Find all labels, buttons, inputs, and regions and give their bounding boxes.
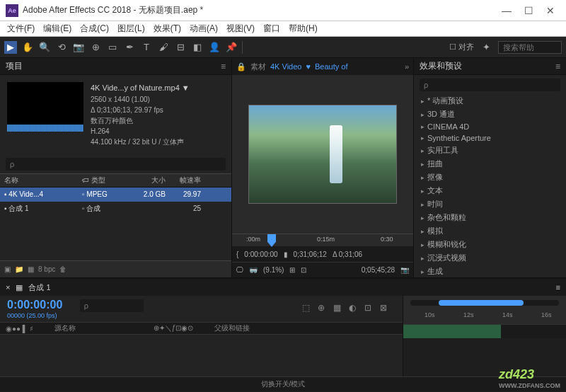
tl-icon-5[interactable]: ⊡: [364, 303, 376, 314]
effects-category[interactable]: 模拟: [414, 224, 566, 238]
menu-edit[interactable]: 编辑(E): [40, 21, 74, 36]
trash-icon[interactable]: 🗑: [59, 265, 67, 273]
effects-panel-menu-icon[interactable]: ≡: [555, 62, 560, 71]
effects-category[interactable]: 杂色和颗粒: [414, 211, 566, 224]
minimize-button[interactable]: —: [502, 5, 512, 16]
menu-window[interactable]: 窗口: [260, 21, 283, 36]
help-search-input[interactable]: [498, 41, 562, 54]
menu-help[interactable]: 帮助(H): [286, 21, 320, 36]
new-folder-icon[interactable]: 📁: [15, 265, 23, 273]
tl-icon-4[interactable]: ◐: [349, 303, 360, 314]
col-fps[interactable]: 帧速率: [170, 175, 205, 185]
text-tool-icon[interactable]: T: [140, 41, 153, 54]
app-logo: Ae: [6, 4, 18, 17]
file-link[interactable]: 4K Video: [270, 62, 301, 71]
watermark: zd423 WWW.ZDFANS.COM: [499, 367, 560, 389]
selection-tool-icon[interactable]: ▶: [4, 41, 17, 54]
timeline-panel-menu-icon[interactable]: ≡: [556, 283, 560, 292]
timeline-ruler[interactable]: 10s 12s 14s 16s: [403, 296, 566, 324]
eraser-tool-icon[interactable]: ◧: [191, 41, 204, 54]
effects-category[interactable]: 模糊和锐化: [414, 238, 566, 251]
project-panel-menu-icon[interactable]: ≡: [221, 62, 226, 71]
stamp-tool-icon[interactable]: ⊟: [174, 41, 187, 54]
effects-category[interactable]: 沉浸式视频: [414, 251, 566, 265]
effects-category[interactable]: 抠像: [414, 171, 566, 184]
timeline-panel: × ▦ 合成 1 ≡ 0:00:00:00 ⬚ ⊕ ▦ ◐ ⊡ ⊠ 00000 …: [0, 277, 566, 391]
grid-icon[interactable]: ⊞: [289, 266, 295, 274]
playhead-icon[interactable]: [267, 234, 276, 247]
table-row[interactable]: ▪ 合成 1 ▫ 合成 25: [0, 202, 231, 216]
effects-category[interactable]: 3D 通道: [414, 108, 566, 121]
col-type[interactable]: 类型: [91, 176, 105, 184]
menu-composition[interactable]: 合成(C): [77, 21, 112, 36]
menu-file[interactable]: 文件(F): [4, 21, 37, 36]
timeline-scroll-thumb[interactable]: [439, 300, 524, 306]
project-panel: 项目 ≡ 4K Vide...y of Nature.mp4 ▼ 2560 x …: [0, 58, 232, 277]
timeline-tab[interactable]: 合成 1: [28, 282, 50, 293]
puppet-tool-icon[interactable]: 📌: [225, 41, 238, 54]
footer-time[interactable]: 0;05;45;28: [362, 266, 395, 274]
new-comp-icon[interactable]: ▦: [28, 265, 34, 273]
col-name[interactable]: 名称: [0, 175, 78, 185]
interpret-icon[interactable]: ▣: [4, 265, 11, 273]
effects-category[interactable]: 时间: [414, 197, 566, 211]
effects-category[interactable]: CINEMA 4D: [414, 121, 566, 132]
roto-tool-icon[interactable]: 👤: [208, 41, 221, 54]
menu-effect[interactable]: 效果(T): [151, 21, 184, 36]
viewer-panel: 🔒 素材 4K Video ♥ Beauty of » :00m 0:15m 0…: [232, 58, 414, 277]
tl-icon-3[interactable]: ▦: [333, 303, 345, 314]
rect-tool-icon[interactable]: ▭: [106, 41, 119, 54]
tl-icon-1[interactable]: ⬚: [302, 303, 313, 314]
timeline-search-input[interactable]: [80, 299, 144, 312]
lock-icon[interactable]: 🔒: [236, 62, 246, 71]
menu-view[interactable]: 视图(V): [224, 21, 258, 36]
vr-icon[interactable]: 🥽: [249, 266, 258, 274]
hand-tool-icon[interactable]: ✋: [21, 41, 34, 54]
effects-category[interactable]: Synthetic Aperture: [414, 132, 566, 144]
tl-icon-2[interactable]: ⊕: [318, 303, 329, 314]
effects-category[interactable]: 生成: [414, 265, 566, 277]
anchor-tool-icon[interactable]: ⊕: [89, 41, 102, 54]
tl-col-source[interactable]: 源名称: [54, 323, 76, 333]
display-icon[interactable]: 🖵: [236, 266, 243, 274]
menu-animation[interactable]: 动画(A): [187, 21, 221, 36]
timeline-timecode[interactable]: 0:00:00:00: [7, 299, 62, 311]
viewer-canvas[interactable]: [232, 75, 413, 234]
effects-category[interactable]: * 动画预设: [414, 94, 566, 108]
effects-tab[interactable]: 效果和预设: [420, 60, 462, 72]
camera-tool-icon[interactable]: 📷: [72, 41, 85, 54]
zoom-level[interactable]: (9.1%): [263, 266, 284, 274]
viewer-time-ruler[interactable]: :00m 0:15m 0:30: [232, 234, 413, 246]
effects-panel: 效果和预设 ≡ * 动画预设3D 通道CINEMA 4DSynthetic Ap…: [414, 58, 566, 277]
channel-icon[interactable]: ⊡: [301, 266, 306, 274]
brush-tool-icon[interactable]: 🖌: [157, 41, 170, 54]
timeline-track[interactable]: [403, 324, 566, 338]
effects-category[interactable]: 扭曲: [414, 157, 566, 171]
snapshot-icon[interactable]: 📷: [400, 266, 409, 274]
pen-tool-icon[interactable]: ✒: [123, 41, 136, 54]
tc-in[interactable]: 0:00:00:00: [244, 250, 277, 258]
rotate-tool-icon[interactable]: ⟲: [55, 41, 68, 54]
menu-layer[interactable]: 图层(L): [115, 21, 148, 36]
zoom-tool-icon[interactable]: 🔍: [38, 41, 51, 54]
project-tab[interactable]: 项目: [6, 60, 23, 72]
beauty-link[interactable]: Beauty of: [315, 62, 347, 71]
bpc-label[interactable]: 8 bpc: [38, 265, 55, 273]
effects-search-input[interactable]: [420, 79, 560, 91]
col-size[interactable]: 大小: [127, 175, 170, 185]
project-search-input[interactable]: [6, 158, 226, 171]
toolbar: ▶ ✋ 🔍 ⟲ 📷 ⊕ ▭ ✒ T 🖌 ⊟ ◧ 👤 📌 ☐ 对齐 ✦: [0, 37, 566, 58]
tl-icon-6[interactable]: ⊠: [380, 303, 391, 314]
toggle-switches[interactable]: 切换开关/模式: [261, 379, 306, 389]
tl-col-parent[interactable]: 父级和链接: [214, 323, 250, 333]
source-tab[interactable]: 素材: [250, 62, 266, 72]
tc-current[interactable]: 0;31;06;12: [294, 250, 327, 258]
effects-category[interactable]: 文本: [414, 184, 566, 197]
close-button[interactable]: ✕: [546, 5, 555, 16]
tc-duration: Δ 0;31;06: [333, 250, 362, 258]
wand-icon[interactable]: ✦: [480, 41, 492, 54]
maximize-button[interactable]: ☐: [524, 5, 533, 16]
snap-label[interactable]: 对齐: [458, 42, 474, 51]
table-row[interactable]: ▪ 4K Vide...4 ▫ MPEG 2.0 GB 29.97: [0, 188, 231, 202]
effects-category[interactable]: 实用工具: [414, 144, 566, 157]
